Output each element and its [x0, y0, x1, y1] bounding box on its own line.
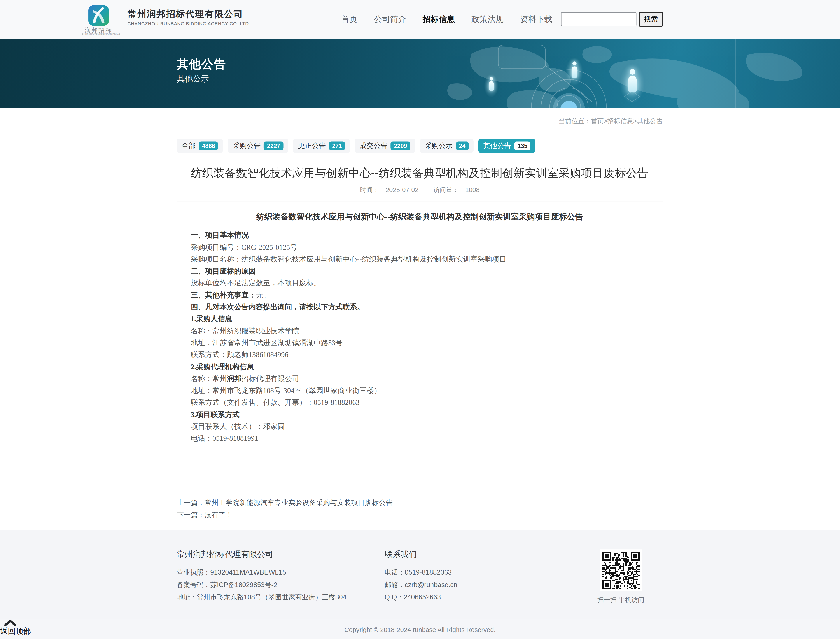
- tab-other-announcement[interactable]: 其他公告135: [479, 139, 535, 153]
- prev-article-link[interactable]: 常州工学院新能源汽车专业实验设备采购与安装项目废标公告: [205, 499, 393, 507]
- body-line: 名称：常州纺织服装职业技术学院: [177, 325, 662, 337]
- tab-label: 全部: [182, 141, 196, 151]
- nav-item-about[interactable]: 公司简介: [374, 14, 406, 24]
- footer-address: 地址：常州市飞龙东路108号（翠园世家商业街）三楼304: [177, 591, 347, 603]
- prev-article: 上一篇：常州工学院新能源汽车专业实验设备采购与安装项目废标公告: [177, 496, 662, 509]
- footer-license: 营业执照：91320411MA1WBEWL15: [177, 566, 347, 579]
- nav-item-bidding-info[interactable]: 招标信息: [423, 14, 455, 24]
- tab-count-badge: 2209: [391, 141, 410, 150]
- nav-item-downloads[interactable]: 资料下载: [520, 14, 552, 24]
- company-logo-icon: [89, 5, 109, 25]
- tab-procurement-publicity[interactable]: 采购公示24: [420, 139, 474, 153]
- banner-person-icon: [619, 63, 645, 104]
- qr-box: 扫一扫 手机访问: [593, 549, 649, 604]
- breadcrumb-separator: >: [604, 117, 607, 125]
- tab-procurement-announcement[interactable]: 采购公告2227: [228, 139, 288, 153]
- qr-code: [600, 549, 642, 591]
- body-line: 三、其他补充事宜：无。: [177, 289, 662, 302]
- next-label: 下一篇：: [177, 511, 204, 519]
- footer-contact-title: 联系我们: [385, 549, 457, 560]
- site-footer: 常州润邦招标代理有限公司 营业执照：91320411MA1WBEWL15 备案号…: [0, 530, 840, 639]
- tab-label: 更正公告: [298, 141, 326, 151]
- search-box: 搜索: [561, 12, 663, 27]
- footer-icp: 备案号码：苏ICP备18029853号-2: [177, 579, 347, 591]
- body-line: 名称：常州润邦招标代理有限公司: [177, 373, 662, 385]
- breadcrumb-bidding-info-link[interactable]: 招标信息: [607, 117, 633, 125]
- page: 润邦招标 RUNBANG TENDERING&BIDDING 常州润邦招标代理有…: [0, 0, 840, 639]
- prev-label: 上一篇：: [177, 499, 204, 507]
- body-line: 采购项目编号：CRG-2025-0125号: [177, 242, 662, 253]
- tab-count-badge: 135: [514, 141, 531, 150]
- company-name: 常州润邦招标代理有限公司: [128, 8, 249, 20]
- footer-company-title: 常州润邦招标代理有限公司: [177, 549, 347, 560]
- section-heading: 一、项目基本情况: [177, 230, 662, 242]
- tab-all[interactable]: 全部4866: [177, 139, 223, 153]
- page-banner: 其他公告 其他公示: [0, 38, 840, 108]
- body-line: 地址：常州市飞龙东路108号-304室（翠园世家商业街三楼）: [177, 385, 662, 397]
- next-article-text: 没有了！: [205, 511, 233, 519]
- tab-count-badge: 24: [456, 141, 469, 150]
- breadcrumb-separator: >: [633, 117, 637, 125]
- article-title: 纺织装备数智化技术应用与创新中心--纺织装备典型机构及控制创新实训室采购项目废标…: [177, 166, 662, 181]
- page-title: 其他公告: [177, 56, 226, 72]
- page-subtitle: 其他公示: [177, 74, 209, 84]
- logo-block: 润邦招标 RUNBANG TENDERING&BIDDING: [76, 2, 121, 37]
- qr-caption: 扫一扫 手机访问: [593, 595, 649, 605]
- nav-item-home[interactable]: 首页: [341, 14, 357, 24]
- article-views: 访问量：1008: [430, 186, 483, 194]
- footer-qq: Q Q：2406652663: [385, 591, 457, 603]
- section-heading: 四、凡对本次公告内容提出询问，请按以下方式联系。: [177, 302, 662, 313]
- copyright-text: Copyright © 2018-2024 runbase All Rights…: [344, 626, 496, 634]
- body-line: 投标单位均不足法定数量，本项目废标。: [177, 277, 662, 289]
- tab-count-badge: 271: [329, 141, 345, 150]
- section-heading: 1.采购人信息: [177, 313, 662, 325]
- article-time: 时间：2025-07-02: [357, 186, 422, 194]
- logo-text-en: RUNBANG TENDERING&BIDDING: [82, 33, 115, 36]
- divider: [177, 202, 662, 202]
- back-to-top-label: 返回顶部: [0, 626, 59, 636]
- chevron-up-icon: [5, 620, 16, 626]
- banner-world-map-decoration: [0, 38, 840, 108]
- article-pagination: 上一篇：常州工学院新能源汽车专业实验设备采购与安装项目废标公告 下一篇：没有了！: [177, 496, 662, 521]
- company-name-en: CHANGZHOU RUNBANG BIDDING AGENCY CO.,LTD: [128, 20, 249, 27]
- banner-person-icon: [565, 57, 583, 86]
- article-body-heading: 纺织装备数智化技术应用与创新中心--纺织装备典型机构及控制创新实训室采购项目废标…: [177, 211, 662, 223]
- search-button[interactable]: 搜索: [639, 12, 663, 27]
- article-meta: 时间：2025-07-02 访问量：1008: [177, 185, 662, 195]
- footer-phone: 电话：0519-81882063: [385, 566, 457, 579]
- body-line: 联系方式（文件发售、付款、开票）：0519-81882063: [177, 397, 662, 409]
- back-to-top-button[interactable]: 返回顶部: [0, 620, 59, 636]
- section-heading: 3.项目联系方式: [177, 409, 662, 421]
- footer-email: 邮箱：czrb@runbase.cn: [385, 579, 457, 591]
- footer-company-info: 常州润邦招标代理有限公司 营业执照：91320411MA1WBEWL15 备案号…: [177, 549, 347, 603]
- tab-label: 其他公告: [483, 141, 511, 151]
- section-heading: 二、项目废标的原因: [177, 265, 662, 278]
- footer-contact-info: 联系我们 电话：0519-81882063 邮箱：czrb@runbase.cn…: [385, 549, 457, 603]
- banner-person-icon: [483, 74, 499, 98]
- breadcrumb: 当前位置：首页>招标信息>其他公告: [177, 117, 662, 126]
- breadcrumb-current[interactable]: 其他公告: [637, 117, 663, 125]
- banner-person-icon: [811, 108, 828, 108]
- tab-label: 成交公告: [360, 141, 387, 151]
- search-input[interactable]: [561, 12, 636, 26]
- brand[interactable]: 润邦招标 RUNBANG TENDERING&BIDDING 常州润邦招标代理有…: [76, 2, 249, 37]
- logo-text-cn: 润邦招标: [76, 27, 121, 33]
- tab-award-announcement[interactable]: 成交公告2209: [355, 139, 415, 153]
- site-header: 润邦招标 RUNBANG TENDERING&BIDDING 常州润邦招标代理有…: [0, 0, 840, 38]
- copyright-bar: Copyright © 2018-2024 runbase All Rights…: [0, 618, 840, 639]
- section-heading: 2.采购代理机构信息: [177, 361, 662, 373]
- body-line: 采购项目名称：纺织装备数智化技术应用与创新中心--纺织装备典型机构及控制创新实训…: [177, 253, 662, 265]
- body-line: 联系方式：顾老师13861084996: [177, 349, 662, 361]
- tab-label: 采购公告: [233, 141, 260, 151]
- article-body: 纺织装备数智化技术应用与创新中心--纺织装备典型机构及控制创新实训室采购项目废标…: [177, 211, 662, 445]
- category-tabs: 全部4866 采购公告2227 更正公告271 成交公告2209 采购公示24 …: [177, 139, 662, 153]
- tab-label: 采购公示: [425, 141, 453, 151]
- main-nav: 首页 公司简介 招标信息 政策法规 资料下载: [325, 14, 552, 24]
- tab-count-badge: 4866: [199, 141, 218, 150]
- tab-count-badge: 2227: [264, 141, 283, 150]
- breadcrumb-prefix: 当前位置：: [559, 117, 591, 125]
- nav-item-policy[interactable]: 政策法规: [471, 14, 504, 24]
- tab-correction-announcement[interactable]: 更正公告271: [293, 139, 350, 153]
- banner-person-icon: [717, 108, 735, 108]
- breadcrumb-home-link[interactable]: 首页: [591, 117, 604, 125]
